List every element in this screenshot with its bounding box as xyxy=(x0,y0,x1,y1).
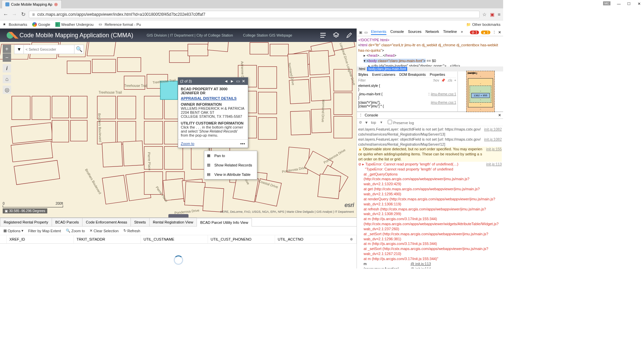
hov-toggle[interactable]: :hov xyxy=(433,79,439,82)
elements-tree[interactable]: <!DOCTYPE html> <html dir="ltr" class="e… xyxy=(357,36,503,66)
zoom-to-tool[interactable]: 🔍Zoom to xyxy=(66,229,85,233)
app-link[interactable]: College Station GIS Webpage xyxy=(243,33,292,37)
view-in-table-item[interactable]: ▤ View in Attribute Table xyxy=(204,170,257,179)
zoom-out-button[interactable]: − xyxy=(3,53,11,62)
console-close-icon[interactable]: ✕ xyxy=(498,113,501,117)
site-info-icon[interactable]: 🗎 xyxy=(32,12,36,16)
appraisal-link[interactable]: APPRAISAL DISTRICT DETAILS xyxy=(181,96,245,100)
col-phone[interactable]: UTIL_CUST_PHONENO xyxy=(208,235,275,243)
rule-element[interactable]: element.style {} xyxy=(358,84,456,91)
svg-rect-77 xyxy=(70,120,87,141)
refresh-tool[interactable]: ↻Refresh xyxy=(123,229,141,233)
show-related-item[interactable]: ▥ Show Related Records xyxy=(204,160,257,170)
at-tab-registered[interactable]: Registered Rental Property xyxy=(0,218,52,226)
at-tab-code[interactable]: Code Enforcement Areas xyxy=(82,218,131,226)
search-input[interactable] xyxy=(24,45,74,54)
filter-icon[interactable]: ▼ xyxy=(365,120,368,124)
at-tab-rental[interactable]: Rental Registration View xyxy=(149,218,197,226)
col-xref[interactable]: XREF_ID xyxy=(7,235,74,243)
col-custname[interactable]: UTIL_CUSTNAME xyxy=(141,235,208,243)
drawer-menu-icon[interactable]: ⋮ xyxy=(359,113,363,117)
search-button[interactable]: 🔍 xyxy=(74,45,84,54)
add-rule-icon[interactable]: + xyxy=(454,79,456,82)
reload-button[interactable]: ↻ xyxy=(20,11,26,17)
info-button[interactable]: i xyxy=(3,64,11,72)
console-output[interactable]: esri.layers.FeatureLayer: objectIdField … xyxy=(357,126,503,268)
star-icon[interactable]: ☆ xyxy=(482,12,487,17)
zoom-to-link[interactable]: Zoom to xyxy=(181,142,194,146)
geocoder-dropdown[interactable]: ▾ xyxy=(14,45,24,54)
svg-rect-56 xyxy=(258,118,277,140)
selected-parcel[interactable] xyxy=(160,81,178,100)
map[interactable]: Treehouse Trail Treehouse Trail Treehous… xyxy=(0,42,357,217)
weather-icon: ☼ xyxy=(55,22,60,27)
svg-rect-31 xyxy=(102,175,127,204)
row-selector-header[interactable] xyxy=(0,235,7,243)
device-icon[interactable]: ▭ xyxy=(364,30,368,35)
error-count-badge[interactable]: ⊘ 1 xyxy=(470,31,479,34)
browser-tab[interactable]: Code Mobile Mapping Ap ⊗ xyxy=(2,0,62,8)
popup-prev-icon[interactable]: ◄ xyxy=(223,79,229,84)
rule-jimu[interactable]: jimu-theme.css:1.jimu-main-font { ⋮} xyxy=(358,92,456,100)
legend-icon[interactable] xyxy=(319,31,327,39)
bookmark-weather[interactable]: ☼Weather Undergrou xyxy=(55,22,94,27)
col-acct[interactable]: UTIL_ACCTNO xyxy=(275,235,357,243)
context-selector[interactable]: top xyxy=(371,120,376,124)
url-input[interactable]: 🗎 cstx.maps.arcgis.com/apps/webappviewer… xyxy=(29,11,480,18)
subtab-listeners[interactable]: Event Listeners xyxy=(372,73,395,77)
inspect-icon[interactable]: ▣ xyxy=(359,30,362,35)
popup-actions-icon[interactable]: ••• xyxy=(240,142,245,146)
layers-icon[interactable] xyxy=(332,31,340,39)
table-settings-icon[interactable]: ✲ xyxy=(350,237,355,242)
edit-icon[interactable] xyxy=(345,31,353,39)
console-drawer: ⋮ Console ✕ ⊘ ▼ top ▾ Preserve log esri.… xyxy=(357,112,503,268)
bookmark-google[interactable]: Google xyxy=(32,22,50,27)
locate-button[interactable]: ◎ xyxy=(3,86,11,94)
pan-to-item[interactable]: ▦ Pan to xyxy=(204,151,257,160)
bookmark-bookmarks[interactable]: ★Bookmarks xyxy=(3,22,27,27)
options-tool[interactable]: ▦Options▾ xyxy=(3,229,23,233)
tab-elements[interactable]: Elements xyxy=(371,30,386,35)
cls-toggle[interactable]: .cls xyxy=(447,79,452,82)
tab-network[interactable]: Network xyxy=(426,30,439,35)
col-sitaddr[interactable]: TRKIT_SITADDR xyxy=(74,235,141,243)
warn-count-badge[interactable]: ▲ 1 xyxy=(481,31,490,34)
zoom-in-button[interactable]: + xyxy=(3,45,11,53)
attribute-table-toggle[interactable] xyxy=(168,214,189,217)
pin-icon[interactable]: 📌 xyxy=(441,79,445,82)
popup-close-icon[interactable]: ✕ xyxy=(241,79,246,84)
preserve-log-checkbox[interactable] xyxy=(388,120,392,124)
clear-console-icon[interactable]: ⊘ xyxy=(359,120,362,124)
at-tab-utility[interactable]: BCAD Parcel Utility Info View xyxy=(197,218,252,227)
devtools-tabs: Elements Console Sources Network Timelin… xyxy=(371,30,463,35)
tab-sources[interactable]: Sources xyxy=(408,30,421,35)
rule-multi[interactable]: jimu-theme.css:1[class*="jimu"], [class*… xyxy=(358,101,456,108)
at-tab-bcad[interactable]: BCAD Parcels xyxy=(52,218,83,226)
other-bookmarks[interactable]: 📁Other bookmarks xyxy=(466,22,500,27)
filter-label[interactable]: Filter xyxy=(358,79,366,82)
feature-popup: (2 of 3) ◄ ► ▭ ✕ BCAD PROPERTY AT 3000 J… xyxy=(178,77,248,148)
subtab-props[interactable]: Properties xyxy=(430,73,445,77)
clear-selection-tool[interactable]: ✕Clear Selection xyxy=(90,229,119,233)
subtab-styles[interactable]: Styles xyxy=(358,73,368,77)
popup-next-icon[interactable]: ► xyxy=(229,79,235,84)
bookmark-reference[interactable]: ▭Reference format - Pu xyxy=(99,22,141,27)
devtools-close-icon[interactable]: ✕ xyxy=(498,30,501,35)
tab-console[interactable]: Console xyxy=(390,30,404,35)
home-button[interactable]: ⌂ xyxy=(3,75,11,83)
forward-button[interactable]: → xyxy=(11,11,17,17)
popup-maximize-icon[interactable]: ▭ xyxy=(235,79,240,84)
at-tab-streets[interactable]: Streets xyxy=(130,218,150,226)
tab-more-icon[interactable]: » xyxy=(461,30,463,35)
filter-extent-tool[interactable]: Filter by Map Extent xyxy=(28,229,61,233)
url-action-icons: ☆ ▣ ≡ xyxy=(482,12,500,17)
subtab-dom-bp[interactable]: DOM Breakpoints xyxy=(399,73,426,77)
app-header: Code Mobile Mapping Application (CMMA) G… xyxy=(0,29,357,42)
tab-close-icon[interactable]: ⊗ xyxy=(54,2,58,7)
devtools-menu-icon[interactable]: ⋮ xyxy=(492,30,496,35)
back-button[interactable]: ← xyxy=(3,11,9,17)
menu-icon[interactable]: ≡ xyxy=(498,12,500,17)
tab-timeline[interactable]: Timeline xyxy=(443,30,457,35)
pdf-icon[interactable]: ▣ xyxy=(490,12,494,17)
console-drawer-tab[interactable]: Console xyxy=(365,113,378,117)
